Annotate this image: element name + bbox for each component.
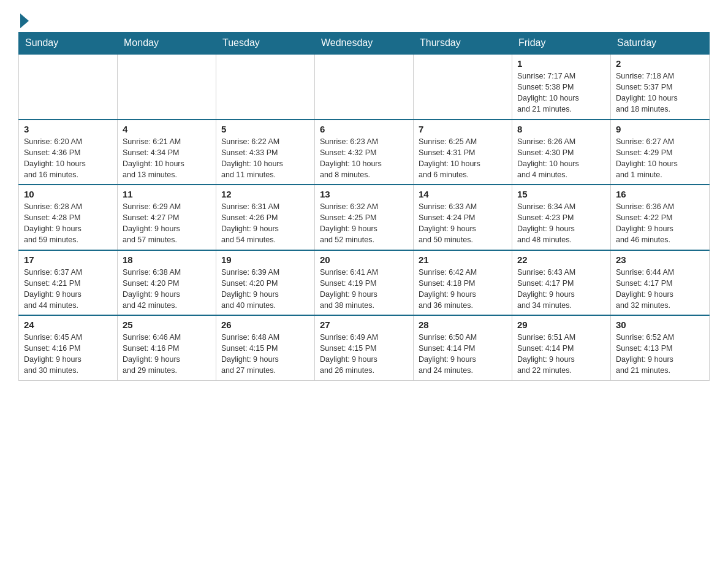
day-number: 27 bbox=[320, 320, 408, 330]
day-info: Sunrise: 6:21 AMSunset: 4:34 PMDaylight:… bbox=[123, 136, 211, 181]
day-info: Sunrise: 6:42 AMSunset: 4:18 PMDaylight:… bbox=[419, 267, 507, 312]
calendar-day-cell: 18Sunrise: 6:38 AMSunset: 4:20 PMDayligh… bbox=[118, 250, 216, 316]
calendar-day-cell: 30Sunrise: 6:52 AMSunset: 4:13 PMDayligh… bbox=[611, 315, 710, 380]
day-info: Sunrise: 6:29 AMSunset: 4:27 PMDaylight:… bbox=[123, 201, 211, 246]
day-info: Sunrise: 7:18 AMSunset: 5:37 PMDaylight:… bbox=[616, 71, 704, 115]
day-number: 16 bbox=[616, 189, 704, 199]
calendar-day-cell: 17Sunrise: 6:37 AMSunset: 4:21 PMDayligh… bbox=[19, 250, 118, 316]
calendar-day-cell: 6Sunrise: 6:23 AMSunset: 4:32 PMDaylight… bbox=[315, 120, 414, 185]
calendar-day-cell: 16Sunrise: 6:36 AMSunset: 4:22 PMDayligh… bbox=[611, 185, 710, 250]
day-info: Sunrise: 6:22 AMSunset: 4:33 PMDaylight:… bbox=[221, 136, 309, 181]
calendar-day-cell: 19Sunrise: 6:39 AMSunset: 4:20 PMDayligh… bbox=[216, 250, 315, 316]
logo bbox=[18, 12, 29, 26]
day-info: Sunrise: 6:27 AMSunset: 4:29 PMDaylight:… bbox=[616, 136, 704, 181]
day-info: Sunrise: 6:39 AMSunset: 4:20 PMDaylight:… bbox=[221, 267, 309, 312]
day-info: Sunrise: 6:46 AMSunset: 4:16 PMDaylight:… bbox=[123, 332, 211, 377]
day-of-week-header: Saturday bbox=[611, 33, 710, 55]
day-number: 21 bbox=[419, 255, 507, 265]
day-info: Sunrise: 6:51 AMSunset: 4:14 PMDaylight:… bbox=[517, 332, 605, 377]
day-number: 15 bbox=[517, 189, 605, 199]
calendar-day-cell: 4Sunrise: 6:21 AMSunset: 4:34 PMDaylight… bbox=[118, 120, 216, 185]
calendar-day-cell: 8Sunrise: 6:26 AMSunset: 4:30 PMDaylight… bbox=[512, 120, 611, 185]
day-info: Sunrise: 6:36 AMSunset: 4:22 PMDaylight:… bbox=[616, 201, 704, 246]
day-info: Sunrise: 6:34 AMSunset: 4:23 PMDaylight:… bbox=[517, 201, 605, 246]
calendar-day-cell: 11Sunrise: 6:29 AMSunset: 4:27 PMDayligh… bbox=[118, 185, 216, 250]
calendar-day-cell: 5Sunrise: 6:22 AMSunset: 4:33 PMDaylight… bbox=[216, 120, 315, 185]
calendar-header-row: SundayMondayTuesdayWednesdayThursdayFrid… bbox=[19, 33, 710, 55]
day-number: 25 bbox=[123, 320, 211, 330]
day-info: Sunrise: 6:50 AMSunset: 4:14 PMDaylight:… bbox=[419, 332, 507, 377]
day-number: 11 bbox=[123, 189, 211, 199]
day-info: Sunrise: 6:28 AMSunset: 4:28 PMDaylight:… bbox=[24, 201, 112, 246]
calendar-day-cell: 2Sunrise: 7:18 AMSunset: 5:37 PMDaylight… bbox=[611, 54, 710, 120]
day-info: Sunrise: 6:45 AMSunset: 4:16 PMDaylight:… bbox=[24, 332, 112, 377]
calendar-day-cell: 25Sunrise: 6:46 AMSunset: 4:16 PMDayligh… bbox=[118, 315, 216, 380]
day-number: 17 bbox=[24, 255, 112, 265]
page-header bbox=[18, 12, 710, 26]
day-number: 2 bbox=[616, 58, 704, 69]
calendar-table: SundayMondayTuesdayWednesdayThursdayFrid… bbox=[18, 32, 710, 381]
calendar-day-cell: 10Sunrise: 6:28 AMSunset: 4:28 PMDayligh… bbox=[19, 185, 118, 250]
day-info: Sunrise: 6:20 AMSunset: 4:36 PMDaylight:… bbox=[24, 136, 112, 181]
calendar-day-cell: 28Sunrise: 6:50 AMSunset: 4:14 PMDayligh… bbox=[414, 315, 512, 380]
day-number: 10 bbox=[24, 189, 112, 199]
day-of-week-header: Monday bbox=[118, 33, 216, 55]
day-of-week-header: Friday bbox=[512, 33, 611, 55]
day-number: 5 bbox=[221, 124, 309, 134]
calendar-day-cell: 7Sunrise: 6:25 AMSunset: 4:31 PMDaylight… bbox=[414, 120, 512, 185]
calendar-week-row: 1Sunrise: 7:17 AMSunset: 5:38 PMDaylight… bbox=[19, 54, 710, 120]
day-info: Sunrise: 6:43 AMSunset: 4:17 PMDaylight:… bbox=[517, 267, 605, 312]
calendar-day-cell: 26Sunrise: 6:48 AMSunset: 4:15 PMDayligh… bbox=[216, 315, 315, 380]
day-of-week-header: Tuesday bbox=[216, 33, 315, 55]
calendar-day-cell bbox=[216, 54, 315, 120]
day-info: Sunrise: 7:17 AMSunset: 5:38 PMDaylight:… bbox=[517, 71, 605, 115]
calendar-day-cell: 24Sunrise: 6:45 AMSunset: 4:16 PMDayligh… bbox=[19, 315, 118, 380]
day-number: 22 bbox=[517, 255, 605, 265]
day-info: Sunrise: 6:48 AMSunset: 4:15 PMDaylight:… bbox=[221, 332, 309, 377]
calendar-week-row: 3Sunrise: 6:20 AMSunset: 4:36 PMDaylight… bbox=[19, 120, 710, 185]
calendar-day-cell: 9Sunrise: 6:27 AMSunset: 4:29 PMDaylight… bbox=[611, 120, 710, 185]
day-number: 23 bbox=[616, 255, 704, 265]
calendar-day-cell: 1Sunrise: 7:17 AMSunset: 5:38 PMDaylight… bbox=[512, 54, 611, 120]
calendar-week-row: 17Sunrise: 6:37 AMSunset: 4:21 PMDayligh… bbox=[19, 250, 710, 316]
day-number: 12 bbox=[221, 189, 309, 199]
day-number: 18 bbox=[123, 255, 211, 265]
day-info: Sunrise: 6:25 AMSunset: 4:31 PMDaylight:… bbox=[419, 136, 507, 181]
day-number: 3 bbox=[24, 124, 112, 134]
day-number: 29 bbox=[517, 320, 605, 330]
day-info: Sunrise: 6:38 AMSunset: 4:20 PMDaylight:… bbox=[123, 267, 211, 312]
calendar-day-cell: 29Sunrise: 6:51 AMSunset: 4:14 PMDayligh… bbox=[512, 315, 611, 380]
day-number: 4 bbox=[123, 124, 211, 134]
day-number: 1 bbox=[517, 58, 605, 69]
calendar-day-cell: 22Sunrise: 6:43 AMSunset: 4:17 PMDayligh… bbox=[512, 250, 611, 316]
calendar-day-cell: 23Sunrise: 6:44 AMSunset: 4:17 PMDayligh… bbox=[611, 250, 710, 316]
day-number: 30 bbox=[616, 320, 704, 330]
day-of-week-header: Thursday bbox=[414, 33, 512, 55]
day-info: Sunrise: 6:23 AMSunset: 4:32 PMDaylight:… bbox=[320, 136, 408, 181]
day-of-week-header: Wednesday bbox=[315, 33, 414, 55]
calendar-week-row: 10Sunrise: 6:28 AMSunset: 4:28 PMDayligh… bbox=[19, 185, 710, 250]
day-info: Sunrise: 6:32 AMSunset: 4:25 PMDaylight:… bbox=[320, 201, 408, 246]
day-info: Sunrise: 6:26 AMSunset: 4:30 PMDaylight:… bbox=[517, 136, 605, 181]
day-number: 28 bbox=[419, 320, 507, 330]
calendar-week-row: 24Sunrise: 6:45 AMSunset: 4:16 PMDayligh… bbox=[19, 315, 710, 380]
logo-arrow-icon bbox=[20, 13, 29, 28]
day-info: Sunrise: 6:41 AMSunset: 4:19 PMDaylight:… bbox=[320, 267, 408, 312]
day-number: 13 bbox=[320, 189, 408, 199]
day-number: 7 bbox=[419, 124, 507, 134]
day-number: 26 bbox=[221, 320, 309, 330]
day-number: 14 bbox=[419, 189, 507, 199]
calendar-day-cell bbox=[315, 54, 414, 120]
day-number: 20 bbox=[320, 255, 408, 265]
logo-top bbox=[18, 12, 29, 28]
calendar-day-cell: 21Sunrise: 6:42 AMSunset: 4:18 PMDayligh… bbox=[414, 250, 512, 316]
day-number: 24 bbox=[24, 320, 112, 330]
day-number: 6 bbox=[320, 124, 408, 134]
day-info: Sunrise: 6:31 AMSunset: 4:26 PMDaylight:… bbox=[221, 201, 309, 246]
calendar-day-cell: 3Sunrise: 6:20 AMSunset: 4:36 PMDaylight… bbox=[19, 120, 118, 185]
calendar-day-cell: 20Sunrise: 6:41 AMSunset: 4:19 PMDayligh… bbox=[315, 250, 414, 316]
day-number: 8 bbox=[517, 124, 605, 134]
day-info: Sunrise: 6:49 AMSunset: 4:15 PMDaylight:… bbox=[320, 332, 408, 377]
calendar-day-cell bbox=[414, 54, 512, 120]
calendar-day-cell: 13Sunrise: 6:32 AMSunset: 4:25 PMDayligh… bbox=[315, 185, 414, 250]
